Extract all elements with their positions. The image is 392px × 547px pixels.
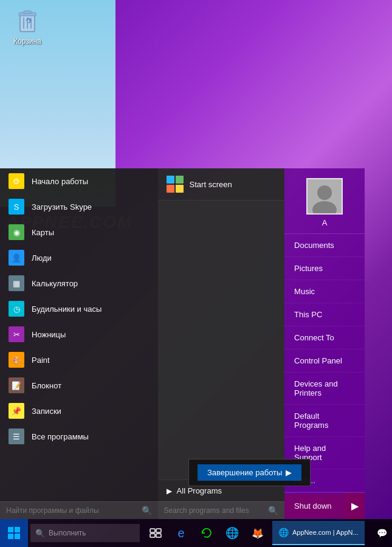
- taskbar-search-icon: 🔍: [35, 529, 45, 538]
- middle-search-icon[interactable]: 🔍: [268, 506, 278, 515]
- app-icon-skype: S: [9, 199, 24, 215]
- app-label-people: Люди: [32, 253, 52, 263]
- user-name-label: A: [322, 218, 328, 227]
- right-nav-music[interactable]: Music: [284, 280, 365, 303]
- app-label-notepad: Блокнот: [32, 381, 61, 390]
- app-list-item-people[interactable]: 👤Люди: [0, 245, 158, 270]
- right-nav-pictures[interactable]: Pictures: [284, 257, 365, 280]
- app-list-item-skype[interactable]: SЗагрузить Skype: [0, 194, 158, 219]
- app-label-scissors: Ножницы: [32, 330, 66, 339]
- app-label-calculator: Калькулятор: [32, 279, 78, 288]
- app-list: ⚙Начало работыSЗагрузить Skype◉Карты👤Люд…: [0, 168, 158, 501]
- right-nav: DocumentsPicturesMusicThis PCConnect ToC…: [284, 234, 365, 492]
- app-icon-calculator: ▦: [9, 275, 24, 291]
- app-icon-maps: ◉: [9, 224, 24, 240]
- shutdown-confirm-arrow: ▶: [286, 468, 292, 477]
- app-label-sticky: Записки: [32, 407, 61, 416]
- right-nav-this_pc[interactable]: This PC: [284, 303, 365, 326]
- taskbar-ie-icon[interactable]: e: [169, 521, 193, 545]
- app-icon-sticky: 📌: [9, 403, 24, 419]
- middle-search-input[interactable]: [164, 506, 269, 515]
- svg-rect-13: [150, 529, 155, 532]
- start-search-input[interactable]: [6, 506, 142, 515]
- svg-rect-16: [156, 534, 161, 537]
- app-list-item-all_programs[interactable]: ☰Все программы: [0, 424, 158, 449]
- svg-rect-9: [8, 527, 13, 532]
- shutdown-section: Shut down ▶: [284, 492, 365, 519]
- app-list-item-maps[interactable]: ◉Карты: [0, 219, 158, 245]
- app-icon-people: 👤: [9, 250, 24, 266]
- taskbar: 🔍 Выполнить e 🌐 🦊: [0, 519, 392, 547]
- svg-rect-15: [150, 534, 155, 537]
- start-content-area: [158, 201, 285, 480]
- app-label-maps: Карты: [32, 228, 54, 237]
- all-programs-label: All Programs: [177, 486, 222, 495]
- app-label-alarms: Будильники и часы: [32, 304, 101, 314]
- shutdown-confirm-overlay: Завершение работы ▶: [188, 459, 311, 486]
- app-label-all_programs: Все программы: [32, 432, 89, 441]
- right-nav-default_programs[interactable]: Default Programs: [284, 405, 365, 437]
- app-list-item-notepad[interactable]: 📝Блокнот: [0, 373, 158, 398]
- app-list-item-alarms[interactable]: ◷Будильники и часы: [0, 296, 158, 322]
- taskbar-app-icon: 🌐: [278, 528, 289, 537]
- recycle-bin-label: Корзина: [13, 37, 41, 46]
- right-nav-devices_printers[interactable]: Devices and Printers: [284, 373, 365, 405]
- taskbar-task-view[interactable]: [143, 521, 168, 545]
- taskbar-search-bar[interactable]: 🔍 Выполнить: [30, 524, 140, 542]
- middle-search-bar: 🔍: [158, 501, 285, 519]
- user-section: A: [284, 168, 365, 234]
- app-list-item-scissors[interactable]: ✂Ножницы: [0, 322, 158, 347]
- app-label-skype: Загрузить Skype: [32, 202, 92, 212]
- recycle-bin-icon[interactable]: Корзина: [11, 6, 44, 48]
- taskbar-fox-icon[interactable]: 🦊: [246, 521, 270, 545]
- start-menu-left: ⚙Начало работыSЗагрузить Skype◉Карты👤Люд…: [0, 168, 158, 519]
- start-screen-label: Start screen: [190, 180, 232, 189]
- app-list-item-sticky[interactable]: 📌Записки: [0, 398, 158, 424]
- svg-rect-14: [156, 529, 161, 532]
- taskbar-notification-icon[interactable]: 💬: [377, 528, 387, 538]
- taskbar-app-label: AppNee.com | AppN...: [292, 529, 359, 536]
- right-nav-documents[interactable]: Documents: [284, 234, 365, 257]
- user-avatar[interactable]: [306, 178, 343, 215]
- app-label-startup: Начало работы: [32, 177, 88, 186]
- app-icon-startup: ⚙: [9, 173, 24, 189]
- taskbar-search-placeholder: Выполнить: [49, 529, 86, 537]
- start-screen-icon: [167, 176, 184, 193]
- app-icon-alarms: ◷: [9, 301, 24, 317]
- app-list-item-paint[interactable]: 🎨Paint: [0, 347, 158, 373]
- svg-rect-12: [15, 534, 20, 539]
- svg-point-7: [317, 185, 332, 200]
- app-icon-paint: 🎨: [9, 352, 24, 368]
- svg-rect-11: [8, 534, 13, 539]
- right-nav-connect_to[interactable]: Connect To: [284, 326, 365, 349]
- taskbar-app-button[interactable]: 🌐 AppNee.com | AppN...: [272, 521, 365, 545]
- app-icon-all_programs: ☰: [9, 428, 24, 444]
- app-list-item-calculator[interactable]: ▦Калькулятор: [0, 270, 158, 296]
- shutdown-confirm-label: Завершение работы: [207, 468, 282, 477]
- app-label-paint: Paint: [32, 356, 50, 365]
- shutdown-arrow-button[interactable]: ▶: [345, 493, 365, 519]
- taskbar-start-button[interactable]: [0, 519, 28, 547]
- taskbar-right: 💬: [377, 528, 392, 538]
- svg-rect-10: [15, 527, 20, 532]
- taskbar-refresh-icon[interactable]: [194, 521, 219, 545]
- taskbar-icons: e 🌐 🦊: [143, 521, 270, 545]
- svg-rect-2: [24, 11, 31, 13]
- taskbar-browser-icon[interactable]: 🌐: [220, 521, 244, 545]
- start-screen-button[interactable]: Start screen: [158, 168, 285, 201]
- right-nav-control_panel[interactable]: Control Panel: [284, 349, 365, 373]
- app-list-item-startup[interactable]: ⚙Начало работы: [0, 168, 158, 194]
- search-icon[interactable]: 🔍: [142, 506, 152, 515]
- shutdown-confirm-button[interactable]: Завершение работы ▶: [198, 464, 301, 481]
- shutdown-button[interactable]: Shut down: [284, 494, 345, 518]
- app-icon-scissors: ✂: [9, 326, 24, 342]
- desktop: Корзина APPNEE.COM ⚙Начало работыSЗагруз…: [0, 0, 392, 547]
- app-icon-notepad: 📝: [9, 377, 24, 393]
- start-search-bar: 🔍: [0, 501, 158, 519]
- all-programs-arrow: ▶: [167, 487, 172, 495]
